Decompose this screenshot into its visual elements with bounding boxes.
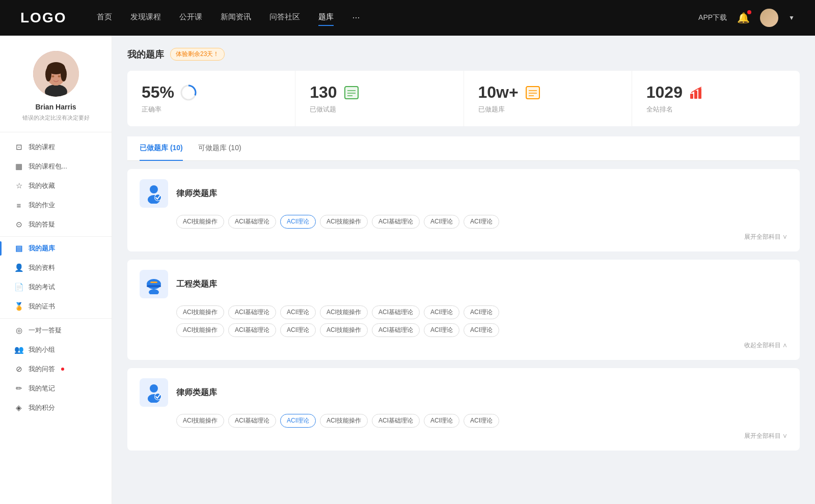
stat-done-banks-top: 10w+: [478, 83, 617, 102]
tag-eng1-r1-0[interactable]: ACI技能操作: [176, 305, 224, 319]
tag-lawyer1-6[interactable]: ACI理论: [464, 215, 499, 229]
red-dot-indicator: [61, 368, 64, 371]
sidebar-item-answers[interactable]: ⊙ 我的答疑: [0, 215, 112, 234]
tag-lawyer1-2[interactable]: ACI理论: [280, 215, 316, 229]
sidebar-item-favorites[interactable]: ☆ 我的收藏: [0, 176, 112, 195]
tag-lawyer2-1[interactable]: ACI基础理论: [228, 414, 276, 428]
svg-rect-12: [345, 87, 358, 99]
svg-point-33: [150, 384, 158, 393]
qbank-icon: ▤: [14, 244, 23, 253]
tag-eng1-r1-4[interactable]: ACI基础理论: [372, 305, 420, 319]
nav-home[interactable]: 首页: [97, 12, 112, 24]
tag-lawyer2-5[interactable]: ACI理论: [424, 414, 459, 428]
stat-accuracy-value: 55%: [142, 83, 174, 102]
tag-eng1-r2-4[interactable]: ACI基础理论: [372, 323, 420, 337]
sidebar-item-qbank[interactable]: ▤ 我的题库: [0, 239, 112, 258]
tag-eng1-r2-6[interactable]: ACI理论: [464, 323, 499, 337]
tag-lawyer1-0[interactable]: ACI技能操作: [176, 215, 224, 229]
expand-link-lawyer1[interactable]: 展开全部科目 ∨: [140, 233, 787, 241]
nav-discover[interactable]: 发现课程: [130, 12, 161, 24]
homework-icon: ≡: [14, 201, 23, 210]
stat-done-questions-value: 130: [310, 83, 337, 102]
expand-link-lawyer2[interactable]: 展开全部科目 ∨: [140, 432, 787, 440]
svg-point-5: [45, 67, 51, 81]
sidebar-item-cert[interactable]: 🏅 我的证书: [0, 297, 112, 316]
nav-links: 首页 发现课程 公开课 新闻资讯 问答社区 题库 ···: [97, 12, 698, 24]
stat-rank: 1029 全站排名: [632, 71, 800, 126]
tag-lawyer1-1[interactable]: ACI基础理论: [228, 215, 276, 229]
tag-lawyer2-2[interactable]: ACI理论: [280, 414, 316, 428]
sidebar-profile: Brian Harris 错误的决定比没有决定要好: [0, 51, 112, 132]
collapse-link-engineer1[interactable]: 收起全部科目 ∧: [140, 341, 787, 350]
questions-icon: ⊘: [14, 365, 23, 374]
nav-qa[interactable]: 问答社区: [269, 12, 300, 24]
stat-done-questions-top: 130: [310, 83, 449, 102]
svg-point-7: [51, 75, 54, 77]
tag-eng1-r2-1[interactable]: ACI基础理论: [228, 323, 276, 337]
favorites-icon: ☆: [14, 181, 23, 190]
qbank-card-engineer1: 工程类题库 ACI技能操作 ACI基础理论 ACI理论 ACI技能操作 ACI基…: [127, 260, 800, 360]
tag-eng1-r2-0[interactable]: ACI技能操作: [176, 323, 224, 337]
sidebar-item-group[interactable]: 👥 我的小组: [0, 340, 112, 359]
tag-lawyer2-6[interactable]: ACI理论: [464, 414, 499, 428]
exam-icon: 📄: [14, 283, 23, 292]
tag-lawyer2-3[interactable]: ACI技能操作: [320, 414, 368, 428]
qbank-header-engineer1: 工程类题库: [140, 270, 787, 298]
nav-more[interactable]: ···: [352, 12, 360, 24]
tag-eng1-r1-2[interactable]: ACI理论: [280, 305, 316, 319]
tab-done[interactable]: 已做题库 (10): [140, 136, 183, 161]
tag-lawyer2-4[interactable]: ACI基础理论: [372, 414, 420, 428]
tag-eng1-r1-1[interactable]: ACI基础理论: [228, 305, 276, 319]
tag-lawyer1-4[interactable]: ACI基础理论: [372, 215, 420, 229]
nav-qbank[interactable]: 题库: [318, 12, 334, 24]
stat-rank-label: 全站排名: [646, 105, 785, 114]
tabs-row: 已做题库 (10) 可做题库 (10): [127, 136, 800, 161]
sidebar-label-exam: 我的考试: [29, 283, 55, 292]
tag-eng1-r1-6[interactable]: ACI理论: [464, 305, 499, 319]
sidebar-item-my-course[interactable]: ⊡ 我的课程: [0, 137, 112, 157]
svg-rect-30: [147, 285, 161, 287]
app-download[interactable]: APP下载: [698, 13, 727, 22]
tab-available[interactable]: 可做题库 (10): [198, 136, 241, 161]
tag-lawyer1-3[interactable]: ACI技能操作: [320, 215, 368, 229]
qbank-icon-lawyer1: [140, 179, 168, 208]
tags-row-engineer1-r1: ACI技能操作 ACI基础理论 ACI理论 ACI技能操作 ACI基础理论 AC…: [176, 305, 787, 319]
svg-rect-17: [526, 87, 539, 99]
sidebar-item-profile-data[interactable]: 👤 我的资料: [0, 258, 112, 277]
sidebar-item-exam[interactable]: 📄 我的考试: [0, 277, 112, 297]
main-content: 我的题库 体验剩余23天！ 55% 正确率 130: [112, 36, 815, 504]
sidebar-item-course-pkg[interactable]: ▦ 我的课程包...: [0, 157, 112, 176]
tag-eng1-r1-5[interactable]: ACI理论: [424, 305, 459, 319]
svg-rect-23: [698, 88, 701, 99]
sidebar-label-points: 我的积分: [29, 403, 55, 412]
qbank-header-lawyer2: 律师类题库: [140, 378, 787, 407]
bell-icon[interactable]: 🔔: [737, 12, 750, 24]
tag-eng1-r2-5[interactable]: ACI理论: [424, 323, 459, 337]
tag-eng1-r2-3[interactable]: ACI技能操作: [320, 323, 368, 337]
sidebar-item-one-on-one[interactable]: ◎ 一对一答疑: [0, 321, 112, 340]
qbank-card-lawyer2: 律师类题库 ACI技能操作 ACI基础理论 ACI理论 ACI技能操作 ACI基…: [127, 368, 800, 451]
sidebar-label-profile-data: 我的资料: [29, 263, 55, 272]
tag-lawyer2-0[interactable]: ACI技能操作: [176, 414, 224, 428]
qbank-title-engineer1: 工程类题库: [176, 279, 217, 290]
sidebar-label-qbank: 我的题库: [29, 244, 55, 253]
tag-lawyer1-5[interactable]: ACI理论: [424, 215, 459, 229]
tag-eng1-r2-2[interactable]: ACI理论: [280, 323, 316, 337]
tag-eng1-r1-3[interactable]: ACI技能操作: [320, 305, 368, 319]
trial-badge: 体验剩余23天！: [170, 48, 225, 61]
page-title: 我的题库: [127, 48, 164, 61]
nav-news[interactable]: 新闻资讯: [221, 12, 251, 24]
sidebar-item-questions[interactable]: ⊘ 我的问答: [0, 359, 112, 379]
svg-rect-31: [150, 282, 157, 283]
sidebar-item-points[interactable]: ◈ 我的积分: [0, 398, 112, 417]
sidebar-item-notes[interactable]: ✏ 我的笔记: [0, 379, 112, 398]
sidebar-menu: ⊡ 我的课程 ▦ 我的课程包... ☆ 我的收藏 ≡ 我的作业 ⊙ 我的答疑 ▤: [0, 137, 112, 417]
sidebar-item-homework[interactable]: ≡ 我的作业: [0, 195, 112, 215]
divider-1: [0, 236, 112, 237]
page-header: 我的题库 体验剩余23天！: [127, 48, 800, 61]
user-avatar-nav[interactable]: [760, 9, 778, 27]
rank-chart-icon: [689, 85, 705, 101]
chevron-down-icon[interactable]: ▼: [789, 14, 795, 21]
group-icon: 👥: [14, 345, 23, 354]
nav-open[interactable]: 公开课: [179, 12, 202, 24]
